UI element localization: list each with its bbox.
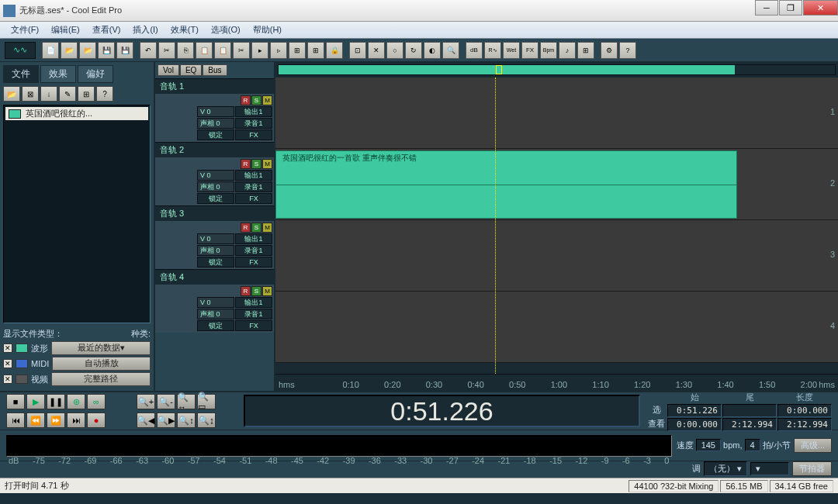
zoom-out-v-icon[interactable]: 🔍↨ bbox=[197, 413, 216, 428]
tab-eq[interactable]: EQ bbox=[180, 64, 202, 76]
zoom-in-v-icon[interactable]: 🔍↕ bbox=[177, 413, 196, 428]
track-fx-3[interactable]: FX bbox=[235, 257, 272, 268]
db-icon[interactable]: dB bbox=[466, 42, 483, 59]
track-lock-1[interactable]: 锁定 bbox=[197, 129, 234, 140]
maximize-button[interactable]: ❐ bbox=[779, 0, 802, 16]
goto-start-button[interactable]: ⏮ bbox=[6, 413, 25, 428]
file-list[interactable]: 英国酒吧很红的... bbox=[3, 105, 151, 323]
track-record-4[interactable]: R bbox=[241, 286, 251, 296]
save-all-icon[interactable]: 💾 bbox=[116, 42, 133, 59]
track-lock-2[interactable]: 锁定 bbox=[197, 193, 234, 204]
track-record-1[interactable]: R bbox=[241, 95, 251, 105]
tracks-view[interactable]: 1 英国酒吧很红的一首歌 重声伴奏很不错 2 3 4 bbox=[275, 78, 838, 374]
play-button[interactable]: ▶ bbox=[26, 394, 45, 409]
edit-icon[interactable]: ✎ bbox=[59, 86, 76, 102]
play-loop-button[interactable]: ⊛ bbox=[67, 394, 85, 409]
file-item[interactable]: 英国酒吧很红的... bbox=[5, 107, 148, 120]
menu-insert[interactable]: 插入(I) bbox=[126, 22, 164, 37]
open-append-icon[interactable]: 📂 bbox=[79, 42, 96, 59]
track-pan-4[interactable]: 声相 0 bbox=[197, 309, 234, 319]
time-display[interactable]: 0:51.226 bbox=[244, 395, 640, 427]
new-file-icon[interactable]: 📄 bbox=[42, 42, 59, 59]
track-rec-1[interactable]: 录音1 bbox=[235, 118, 272, 129]
track-header-3[interactable]: 音轨 3 bbox=[155, 205, 274, 221]
track-pan-1[interactable]: 声相 0 bbox=[197, 118, 234, 129]
close-button[interactable]: ✕ bbox=[803, 0, 838, 16]
search-icon[interactable]: 🔍 bbox=[442, 42, 459, 59]
track-header-4[interactable]: 音轨 4 bbox=[155, 269, 274, 285]
menu-view[interactable]: 查看(V) bbox=[86, 22, 127, 37]
track-vol-3[interactable]: V 0 bbox=[197, 233, 234, 244]
sort-dropdown[interactable]: 最近的数据▾ bbox=[51, 341, 151, 355]
track-lane-4[interactable]: 4 bbox=[275, 292, 838, 363]
audio-clip[interactable]: 英国酒吧很红的一首歌 重声伴奏很不错 bbox=[275, 150, 737, 219]
checkbox-midi[interactable]: ✕ bbox=[3, 359, 12, 368]
tool-icon-2[interactable]: ▹ bbox=[270, 42, 287, 59]
menu-edit[interactable]: 编辑(E) bbox=[45, 22, 86, 37]
menu-file[interactable]: 文件(F) bbox=[5, 22, 45, 37]
monitor-icon[interactable]: ◐ bbox=[424, 42, 441, 59]
track-header-2[interactable]: 音轨 2 bbox=[155, 142, 274, 157]
track-out-2[interactable]: 输出1 bbox=[235, 170, 272, 181]
tab-bus[interactable]: Bus bbox=[203, 64, 227, 76]
pause-button[interactable]: ❚❚ bbox=[47, 394, 65, 409]
goto-end-button[interactable]: ⏭ bbox=[67, 413, 85, 428]
tab-vol[interactable]: Vol bbox=[158, 64, 179, 76]
open-file-icon[interactable]: 📂 bbox=[61, 42, 78, 59]
help-icon[interactable]: ? bbox=[619, 42, 636, 59]
tab-effects[interactable]: 效果 bbox=[40, 65, 76, 83]
track-vol-2[interactable]: V 0 bbox=[197, 170, 234, 181]
key-dropdown-2[interactable]: ▾ bbox=[750, 462, 789, 475]
settings-icon[interactable]: ⚙ bbox=[601, 42, 618, 59]
track-solo-3[interactable]: S bbox=[251, 223, 261, 233]
track-fx-2[interactable]: FX bbox=[235, 193, 272, 204]
beats-value[interactable]: 4 bbox=[745, 439, 760, 451]
track-lock-4[interactable]: 锁定 bbox=[197, 320, 234, 331]
zoom-sel-icon[interactable]: 🔍▭ bbox=[197, 394, 216, 409]
menu-help[interactable]: 帮助(H) bbox=[247, 22, 288, 37]
overview-cursor[interactable] bbox=[496, 65, 502, 74]
track-rec-2[interactable]: 录音1 bbox=[235, 181, 272, 192]
sel-end[interactable] bbox=[722, 404, 777, 417]
midi-trig-icon[interactable]: ♪ bbox=[559, 42, 576, 59]
autoplay-button[interactable]: 自动播放 bbox=[52, 357, 151, 371]
zoom-in-h-icon[interactable]: 🔍+ bbox=[137, 394, 155, 409]
playhead[interactable] bbox=[495, 78, 496, 374]
track-pan-2[interactable]: 声相 0 bbox=[197, 181, 234, 192]
mix-paste-icon[interactable]: 📋 bbox=[214, 42, 231, 59]
track-vol-4[interactable]: V 0 bbox=[197, 297, 234, 308]
group-icon[interactable]: ⊞ bbox=[289, 42, 306, 59]
track-solo-4[interactable]: S bbox=[251, 286, 261, 296]
snap-icon[interactable]: ⊡ bbox=[349, 42, 366, 59]
play-inf-button[interactable]: ∞ bbox=[87, 394, 106, 409]
checkbox-video[interactable]: ✕ bbox=[3, 375, 12, 384]
track-record-2[interactable]: R bbox=[241, 159, 251, 169]
close-file-icon[interactable]: ⊠ bbox=[22, 86, 39, 102]
help-small-icon[interactable]: ? bbox=[96, 86, 113, 102]
track-out-4[interactable]: 输出1 bbox=[235, 297, 272, 308]
track-solo-1[interactable]: S bbox=[251, 95, 261, 105]
forward-button[interactable]: ⏩ bbox=[47, 413, 65, 428]
view-length[interactable]: 2:12.994 bbox=[777, 418, 832, 431]
envelope-icon[interactable]: ⊞ bbox=[307, 42, 324, 59]
wet-icon[interactable]: Wet bbox=[503, 42, 520, 59]
open-icon[interactable]: 📂 bbox=[3, 86, 20, 102]
track-fx-1[interactable]: FX bbox=[235, 129, 272, 140]
track-record-3[interactable]: R bbox=[241, 223, 251, 233]
track-out-3[interactable]: 输出1 bbox=[235, 233, 272, 244]
stop-button[interactable]: ■ bbox=[6, 394, 25, 409]
undo-icon[interactable]: ↶ bbox=[140, 42, 157, 59]
track-lock-3[interactable]: 锁定 bbox=[197, 257, 234, 268]
tab-files[interactable]: 文件 bbox=[3, 65, 39, 83]
track-lane-3[interactable]: 3 bbox=[275, 220, 838, 292]
sel-begin[interactable]: 0:51.226 bbox=[667, 404, 722, 417]
paste-icon[interactable]: 📋 bbox=[196, 42, 213, 59]
loop-icon[interactable]: ↻ bbox=[405, 42, 422, 59]
fullpath-button[interactable]: 完整路径 bbox=[51, 372, 151, 386]
rewind-button[interactable]: ⏪ bbox=[26, 413, 45, 428]
advanced-button[interactable]: 高级... bbox=[794, 438, 832, 453]
pan-env-icon[interactable]: R∿ bbox=[484, 42, 501, 59]
track-fx-4[interactable]: FX bbox=[235, 320, 272, 331]
track-out-1[interactable]: 输出1 bbox=[235, 106, 272, 117]
save-icon[interactable]: 💾 bbox=[98, 42, 115, 59]
